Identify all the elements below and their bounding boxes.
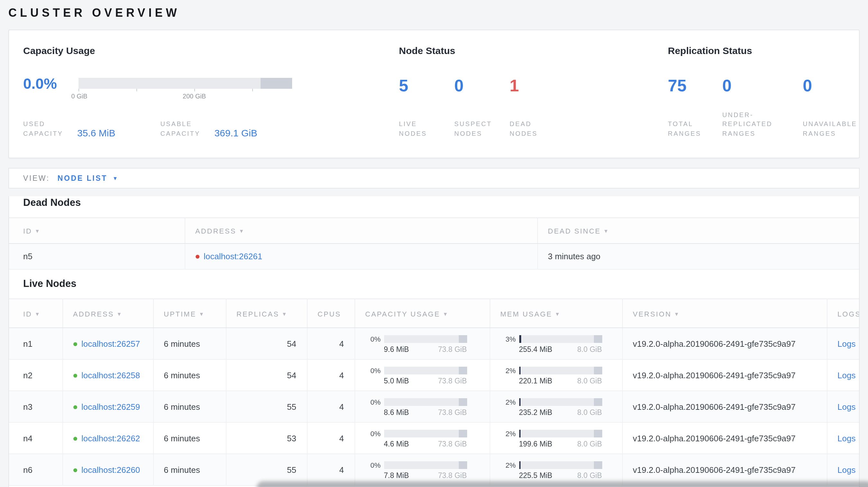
cell-replicas: 55: [226, 391, 307, 422]
cell-node-id: n1: [9, 328, 62, 359]
node-address-link[interactable]: localhost:26257: [82, 339, 140, 348]
logs-link[interactable]: Logs: [837, 433, 856, 443]
capacity-mini-bar: [384, 398, 467, 405]
live-nodes-heading: Live Nodes: [23, 277, 859, 290]
node-status-title: Node Status: [399, 44, 668, 57]
header-cpus: CPUS: [307, 299, 354, 328]
sort-icon: ▼: [282, 312, 288, 317]
cell-version: v19.2.0-alpha.20190606-2491-gfe735c9a97: [622, 359, 827, 391]
sort-icon: ▼: [35, 312, 41, 317]
capacity-bar-chart: 0 GiB 200 GiB: [79, 76, 292, 102]
capacity-used-value: 4.6 MiB: [384, 440, 409, 448]
logs-link[interactable]: Logs: [837, 370, 856, 380]
node-address-link[interactable]: localhost:26260: [82, 465, 140, 475]
header-dead-since[interactable]: DEAD SINCE▼: [537, 218, 859, 244]
used-capacity-value: 35.6 MiB: [77, 127, 115, 139]
bar-fill: [519, 461, 521, 469]
unavailable-ranges-stat: 0 UNAVAILABLE RANGES: [803, 57, 859, 158]
cell-version: v19.2.0-alpha.20190606-2491-gfe735c9a97: [622, 422, 827, 454]
node-live-status-icon: [73, 436, 77, 441]
capacity-axis-labels: 0 GiB 200 GiB: [79, 93, 292, 102]
node-list-card: Dead Nodes ID▼ ADDRESS▼ DEAD SINCE▼ n5 l…: [8, 196, 860, 487]
capacity-total-value: 73.8 GiB: [438, 377, 467, 384]
node-live-status-icon: [73, 405, 77, 409]
mem-used-value: 235.2 MiB: [519, 408, 552, 416]
cell-uptime: 6 minutes: [153, 422, 226, 454]
header-replicas[interactable]: REPLICAS▼: [226, 299, 307, 328]
mem-used-value: 220.1 MiB: [519, 377, 552, 384]
mem-mini-bar: [519, 335, 602, 343]
logs-link[interactable]: Logs: [837, 465, 856, 475]
header-id[interactable]: ID▼: [9, 218, 185, 244]
sort-icon: ▼: [674, 312, 680, 317]
capacity-mini-bar: [384, 461, 467, 469]
cell-version: v19.2.0-alpha.20190606-2491-gfe735c9a97: [622, 328, 827, 359]
capacity-used-value: 8.6 MiB: [384, 408, 409, 416]
cell-capacity-usage: 0% 4.6 MiB73.8 GiB: [354, 422, 490, 454]
replication-status-title: Replication Status: [668, 44, 859, 57]
cell-logs: Logs: [827, 454, 859, 485]
cell-uptime: 6 minutes: [153, 454, 226, 485]
cell-node-address: localhost:26258: [62, 359, 153, 391]
view-selector-bar: VIEW: NODE LIST ▼: [8, 168, 860, 189]
live-nodes-label: LIVE NODES: [399, 120, 439, 138]
live-nodes-stat: 5 LIVE NODES: [399, 57, 454, 158]
cell-uptime: 6 minutes: [153, 359, 226, 391]
node-address-link[interactable]: localhost:26259: [82, 402, 140, 412]
page-title: CLUSTER OVERVIEW: [8, 0, 860, 20]
node-address-link[interactable]: localhost:26261: [204, 252, 262, 261]
capacity-percent-label: 0%: [365, 366, 381, 374]
live-nodes-count: 5: [399, 77, 454, 94]
logs-link[interactable]: Logs: [837, 402, 856, 412]
bar-endcap: [594, 461, 602, 469]
capacity-percent-value: 0.0%: [23, 76, 79, 91]
cell-capacity-usage: 0% 5.0 MiB73.8 GiB: [354, 359, 490, 391]
header-version[interactable]: VERSION▼: [622, 299, 827, 328]
total-ranges-stat: 75 TOTAL RANGES: [668, 57, 722, 158]
logs-link[interactable]: Logs: [837, 339, 856, 348]
capacity-percent-label: 0%: [365, 461, 381, 469]
bar-fill: [519, 429, 521, 437]
cell-node-address: localhost:26262: [62, 422, 153, 454]
bar-endcap: [594, 429, 602, 437]
header-uptime[interactable]: UPTIME▼: [153, 299, 226, 328]
cell-logs: Logs: [827, 422, 859, 454]
live-nodes-table: ID▼ ADDRESS▼ UPTIME▼ REPLICAS▼ CPUS CAPA…: [9, 298, 859, 486]
cell-node-id: n3: [9, 391, 62, 422]
node-status-panel: Node Status 5 LIVE NODES 0 SUSPECT NODES…: [399, 44, 668, 158]
dead-nodes-heading: Dead Nodes: [23, 196, 859, 209]
header-address[interactable]: ADDRESS▼: [62, 299, 153, 328]
cell-logs: Logs: [827, 359, 859, 391]
cell-cpus: 4: [307, 391, 354, 422]
window-edge-shadow: [257, 481, 868, 487]
cell-logs: Logs: [827, 328, 859, 359]
mem-mini-bar: [519, 461, 602, 469]
mem-total-value: 8.0 GiB: [577, 377, 602, 384]
cell-node-address: localhost:26261: [185, 244, 537, 269]
bar-endcap: [459, 335, 467, 343]
cell-node-id: n6: [9, 454, 62, 485]
view-label: VIEW:: [23, 174, 50, 182]
bar-fill: [519, 335, 522, 343]
header-id[interactable]: ID▼: [9, 299, 62, 328]
cluster-overview-page: CLUSTER OVERVIEW Capacity Usage 0.0% 0 G…: [0, 0, 868, 487]
header-mem-usage[interactable]: MEM USAGE▼: [490, 299, 622, 328]
capacity-percent-label: 0%: [365, 398, 381, 405]
cell-uptime: 6 minutes: [153, 328, 226, 359]
view-dropdown[interactable]: NODE LIST ▼: [58, 174, 119, 182]
node-address-link[interactable]: localhost:26258: [82, 370, 140, 380]
header-address[interactable]: ADDRESS▼: [185, 218, 537, 244]
mem-percent-label: 3%: [500, 335, 516, 343]
mem-percent-label: 2%: [500, 366, 516, 374]
node-address-link[interactable]: localhost:26262: [82, 433, 140, 443]
total-ranges-count: 75: [668, 77, 722, 94]
bar-endcap: [594, 398, 602, 405]
node-live-status-icon: [73, 342, 77, 346]
cell-replicas: 54: [226, 328, 307, 359]
capacity-chart-block: 0.0% 0 GiB 200 GiB: [23, 76, 399, 102]
axis-label-200: 200 GiB: [183, 93, 206, 100]
header-capacity-usage[interactable]: CAPACITY USAGE▼: [354, 299, 490, 328]
live-table-header-row: ID▼ ADDRESS▼ UPTIME▼ REPLICAS▼ CPUS CAPA…: [9, 299, 859, 328]
capacity-usage-title: Capacity Usage: [23, 44, 399, 57]
mem-mini-bar: [519, 366, 602, 374]
